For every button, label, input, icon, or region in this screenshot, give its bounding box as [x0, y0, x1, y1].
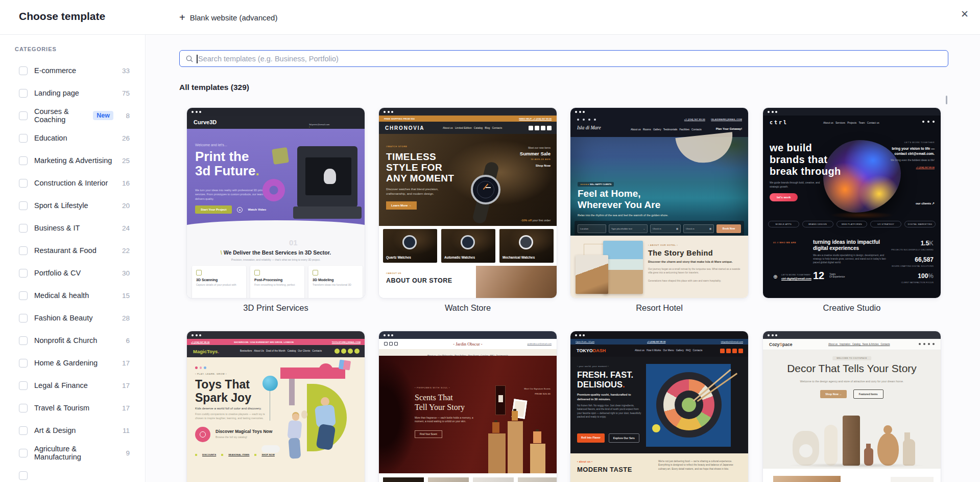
booking-bar: Location Type placeholder text⌄ Check in… [575, 221, 744, 236]
sidebar-item-courses-coaching[interactable]: Courses & CoachingNew8 [0, 104, 145, 127]
category-count: 22 [118, 247, 130, 255]
all-templates-heading: All templates (329) [179, 83, 249, 92]
preview-cta: Learn More → [386, 201, 417, 210]
category-checkbox[interactable] [19, 111, 28, 120]
template-card-tokyodash[interactable]: Open 8 am - 10 pm +1 (234) 567 89 00 tok… [570, 331, 748, 482]
cloud-icon [261, 445, 280, 453]
kids-illustration [280, 368, 345, 379]
category-checkbox[interactable] [19, 449, 28, 457]
category-checkbox[interactable] [19, 269, 28, 278]
sidebar-item-nonprofit-church[interactable]: Nonprofit & Church6 [0, 329, 145, 352]
sidebar-item-business-it[interactable]: Business & IT24 [0, 217, 145, 239]
torus-illustration [262, 179, 285, 201]
search-input[interactable] [198, 51, 944, 66]
sidebar-item-fashion-beauty[interactable]: Fashion & Beauty28 [0, 307, 145, 329]
category-checkbox[interactable] [19, 314, 28, 323]
template-card-magictoys[interactable]: +1 (234) 567 89 00 SHOWROOM: 1234 EGREMO… [187, 331, 365, 482]
facebook-icon [577, 119, 579, 121]
category-checkbox[interactable] [19, 66, 28, 75]
close-icon[interactable]: ✕ [961, 9, 969, 19]
youtube-icon [732, 349, 737, 353]
book-now-button: Book Now [716, 224, 741, 233]
preview-brand: Isla di Mare [577, 125, 601, 130]
dialog-header: Choose template + Blank website (advance… [0, 0, 980, 35]
instagram-icon [535, 126, 539, 130]
preview-brand: - Jardin Obscur - [453, 341, 482, 347]
category-checkbox[interactable] [19, 201, 28, 210]
sidebar-item-marketing-advertising[interactable]: Marketing & Advertising25 [0, 149, 145, 172]
scrollbar-thumb[interactable] [946, 96, 947, 104]
sidebar-item-legal-finance[interactable]: Legal & Finance17 [0, 374, 145, 397]
category-count: 17 [118, 359, 130, 367]
instagram-icon [588, 119, 590, 121]
preview-nav: About us Inspiration Catalog News & Arti… [828, 343, 890, 346]
lemon-icon [652, 424, 660, 432]
categories-section-label: CATEGORIES [15, 46, 57, 52]
category-count: 17 [118, 382, 130, 389]
category-checkbox[interactable] [19, 224, 28, 233]
template-name: Watch Store [379, 303, 557, 313]
youtube-icon [594, 119, 596, 121]
category-checkbox[interactable] [19, 404, 28, 412]
category-checkbox[interactable] [19, 134, 28, 143]
template-card-watch-store[interactable]: FREE SHIPPING FROM $50 NEED HELP: +1 (23… [379, 108, 557, 298]
sidebar-item-partial[interactable] [0, 464, 145, 482]
browser-chrome [379, 331, 557, 339]
sidebar-item-sport-lifestyle[interactable]: Sport & Lifestyle20 [0, 194, 145, 217]
category-checkbox[interactable] [19, 336, 28, 345]
category-checkbox[interactable] [19, 156, 28, 165]
youtube-icon [927, 121, 929, 123]
category-checkbox[interactable] [19, 89, 28, 98]
category-checkbox[interactable] [19, 246, 28, 255]
search-field[interactable] [179, 50, 948, 67]
template-card-3d-print-services[interactable]: Curve3D 3d.prints@email.com • +1 (234) 5… [187, 108, 365, 298]
sidebar-item-education[interactable]: Education26 [0, 127, 145, 149]
gallery-thumb [518, 477, 557, 482]
category-count: 20 [118, 202, 130, 210]
category-checkbox[interactable] [19, 359, 28, 368]
cube-illustration [272, 147, 289, 165]
about-photo [603, 241, 643, 294]
category-checkbox[interactable] [19, 291, 28, 300]
bunny-icon [301, 410, 307, 419]
template-name: 3D Print Services [187, 303, 365, 313]
category-checkbox[interactable] [19, 179, 28, 188]
category-count: 75 [118, 89, 130, 97]
category-count: 17 [118, 404, 130, 412]
person-icon [254, 270, 260, 276]
sidebar-item-restaurant-food[interactable]: Restaurant & Food22 [0, 239, 145, 262]
bullet-icon [221, 454, 223, 456]
preview-cta: Start Your Project [195, 205, 232, 214]
sidebar-item-medical-health[interactable]: Medical & health15 [0, 284, 145, 307]
category-checkbox[interactable] [19, 426, 28, 435]
sidebar-item-landing-page[interactable]: Landing page75 [0, 82, 145, 104]
template-card-jardin-obscur[interactable]: - Jardin Obscur - jardinobscur@email.com… [379, 331, 557, 482]
category-count: 24 [118, 224, 130, 232]
browser-chrome [379, 108, 557, 116]
sushi-illustration [646, 364, 731, 447]
monitor-icon [313, 270, 318, 276]
blank-website-button[interactable]: + Blank website (advanced) [179, 0, 277, 35]
sidebar-item-art-design[interactable]: Art & Design11 [0, 419, 145, 442]
plus-icon: + [179, 12, 185, 22]
sidebar-item-ecommerce[interactable]: E-commerce33 [0, 59, 145, 82]
preview-nav: About us Limited Edition Catalog Blog Co… [443, 126, 502, 129]
sidebar-item-construction-interior[interactable]: Construction & Interior16 [0, 172, 145, 194]
sidebar-item-portfolio-cv[interactable]: Portfolio & CV30 [0, 262, 145, 284]
feature-box: 3D Modeling Transform ideas into functio… [308, 266, 363, 298]
sidebar-item-agriculture-manufacturing[interactable]: Agriculture & Manufacturing9 [0, 442, 145, 464]
facebook-icon [384, 342, 388, 346]
sidebar-item-travel-tourism[interactable]: Travel & Tourism17 [0, 397, 145, 419]
category-checkbox[interactable] [19, 471, 28, 480]
sidebar-item-home-gardening[interactable]: Home & Gardening17 [0, 352, 145, 374]
template-card-resort-hotel[interactable]: +1 (234) 567 89 00 ISLADIMARE@EMAIL.COM … [570, 108, 748, 298]
category-checkbox[interactable] [19, 381, 28, 390]
template-card-creative-studio[interactable]: ctrl About us Services Projects Team Con… [763, 108, 941, 298]
youtube-icon [354, 349, 360, 354]
text-caret [197, 55, 198, 63]
gallery-thumb [383, 477, 424, 482]
template-card-cozyspace[interactable]: CozySpace About us Inspiration Catalog N… [763, 331, 941, 482]
youtube-icon [394, 342, 398, 346]
category-count: 33 [118, 67, 130, 75]
scan-icon [196, 270, 202, 276]
